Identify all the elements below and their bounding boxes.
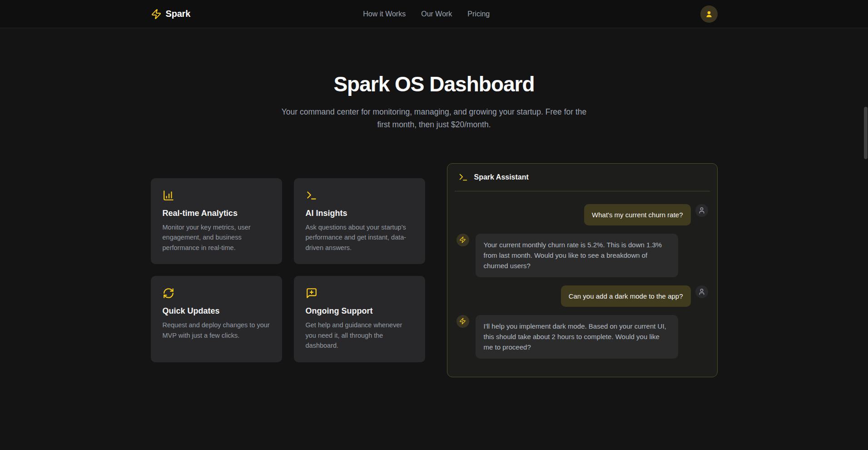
assistant-header: Spark Assistant — [447, 164, 717, 191]
chat-message-assistant: I'll help you implement dark mode. Based… — [456, 315, 708, 359]
zap-icon — [459, 236, 466, 243]
nav-link-our-work[interactable]: Our Work — [421, 10, 452, 18]
account-avatar-button[interactable] — [700, 5, 718, 23]
feature-title: Real-time Analytics — [163, 209, 270, 218]
bar-chart-icon — [163, 190, 270, 201]
assistant-message-bubble: Your current monthly churn rate is 5.2%.… — [476, 234, 678, 277]
chat-message-user: What's my current churn rate? — [456, 204, 708, 225]
spark-assistant-panel: Spark Assistant What's my current churn … — [447, 163, 718, 377]
user-outline-icon — [698, 207, 705, 214]
vertical-scrollbar-thumb[interactable] — [864, 107, 868, 159]
feature-title: Quick Updates — [163, 306, 270, 316]
feature-card-ai-insights: AI Insights Ask questions about your sta… — [294, 178, 425, 264]
feature-card-ongoing-support: Ongoing Support Get help and guidance wh… — [294, 276, 425, 362]
brand[interactable]: Spark — [151, 9, 191, 20]
main-content: Spark OS Dashboard Your command center f… — [0, 28, 868, 377]
chat-message-assistant: Your current monthly churn rate is 5.2%.… — [456, 234, 708, 277]
nav-link-pricing[interactable]: Pricing — [467, 10, 490, 18]
hero-section: Spark OS Dashboard Your command center f… — [0, 28, 868, 131]
nav-link-how-it-works[interactable]: How it Works — [363, 10, 406, 18]
user-filled-icon — [705, 10, 713, 18]
terminal-icon — [458, 172, 468, 182]
spark-logo-zap-icon — [151, 9, 162, 20]
user-avatar — [695, 285, 708, 298]
content-section: Real-time Analytics Monitor your key met… — [144, 163, 725, 377]
feature-title: Ongoing Support — [306, 306, 413, 316]
user-message-bubble: What's my current churn rate? — [584, 204, 690, 225]
user-message-bubble: Can you add a dark mode to the app? — [561, 285, 691, 307]
page-subtitle: Your command center for monitoring, mana… — [282, 105, 587, 131]
zap-icon — [459, 318, 466, 325]
feature-description: Request and deploy changes to your MVP w… — [163, 320, 270, 340]
feature-description: Monitor your key metrics, user engagemen… — [163, 222, 270, 253]
terminal-icon — [306, 190, 413, 201]
assistant-title: Spark Assistant — [474, 173, 529, 181]
user-outline-icon — [698, 288, 705, 295]
assistant-message-bubble: I'll help you implement dark mode. Based… — [476, 315, 678, 359]
features-grid: Real-time Analytics Monitor your key met… — [151, 178, 425, 362]
feature-description: Ask questions about your startup's perfo… — [306, 222, 413, 253]
chat-messages: What's my current churn rate? — [447, 191, 717, 377]
nav-inner: Spark How it Works Our Work Pricing — [144, 0, 725, 28]
user-avatar — [695, 204, 708, 217]
feature-description: Get help and guidance whenever you need … — [306, 320, 413, 350]
feature-card-quick-updates: Quick Updates Request and deploy changes… — [151, 276, 282, 362]
assistant-avatar — [456, 315, 469, 328]
nav-links: How it Works Our Work Pricing — [363, 10, 490, 18]
brand-name: Spark — [166, 9, 191, 19]
message-square-plus-icon — [306, 287, 413, 299]
chat-message-user: Can you add a dark mode to the app? — [456, 285, 708, 307]
top-nav: Spark How it Works Our Work Pricing — [0, 0, 868, 28]
feature-card-real-time-analytics: Real-time Analytics Monitor your key met… — [151, 178, 282, 264]
assistant-avatar — [456, 234, 469, 246]
page-title: Spark OS Dashboard — [0, 72, 868, 96]
refresh-icon — [163, 287, 270, 299]
feature-title: AI Insights — [306, 209, 413, 218]
